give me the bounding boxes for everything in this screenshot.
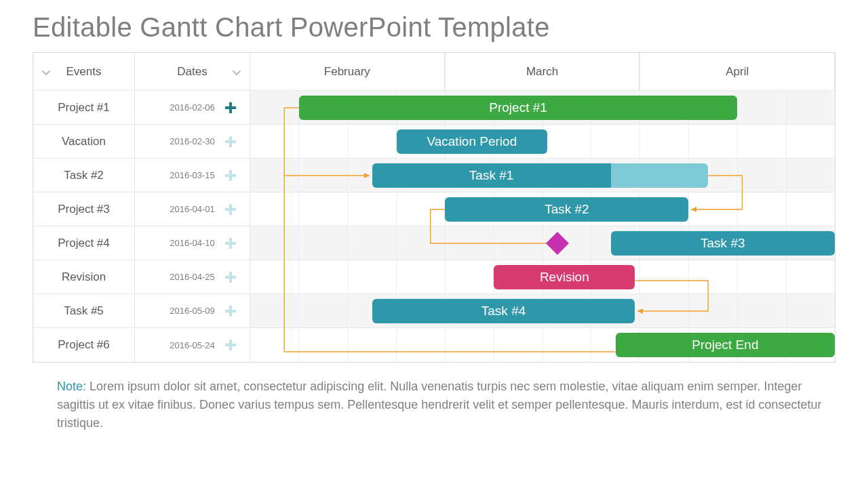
event-label: Vacation <box>62 135 106 148</box>
plus-icon[interactable] <box>225 204 236 215</box>
event-cell: Project #3 <box>33 192 135 226</box>
date-cell: 2016-04-25 <box>135 260 250 293</box>
date-cell: 2016-04-01 <box>135 192 250 226</box>
dates-header-label: Dates <box>177 65 207 79</box>
plus-icon[interactable] <box>225 272 236 283</box>
gantt-bar[interactable]: Project End <box>616 333 835 357</box>
plus-icon[interactable] <box>225 306 236 317</box>
col-dates-header[interactable]: Dates <box>135 53 250 90</box>
gantt-bar[interactable]: Task #1 <box>372 163 611 188</box>
date-cell: 2016-05-24 <box>135 328 250 362</box>
event-cell: Revision <box>33 260 135 293</box>
plus-icon[interactable] <box>225 136 236 147</box>
event-cell: Task #2 <box>33 159 135 192</box>
events-header-label: Events <box>66 65 102 79</box>
date-cell: 2016-03-15 <box>135 159 250 192</box>
gantt-bar[interactable]: Task #4 <box>372 299 635 323</box>
event-cell: Task #5 <box>33 294 135 327</box>
event-cell: Vacation <box>33 125 135 158</box>
gantt-bar[interactable]: Revision <box>494 265 635 289</box>
date-cell: 2016-04-10 <box>135 226 250 260</box>
table-row: Project #32016-04-01 <box>33 192 835 226</box>
gantt-bar[interactable]: Vacation Period <box>397 129 548 154</box>
month-header: March <box>445 53 640 90</box>
gantt-bar[interactable]: Task #3 <box>611 231 835 256</box>
event-label: Project #1 <box>58 101 110 115</box>
plus-icon[interactable] <box>225 102 236 113</box>
event-cell: Project #6 <box>33 328 135 362</box>
event-label: Task #2 <box>64 169 104 182</box>
date-cell: 2016-02-06 <box>135 91 250 124</box>
date-label: 2016-04-01 <box>170 204 215 214</box>
note-body: Lorem ipsum dolor sit amet, consectetur … <box>57 380 822 430</box>
plus-icon[interactable] <box>225 238 236 249</box>
plus-icon[interactable] <box>225 340 236 350</box>
note-label: Note: <box>57 380 86 393</box>
event-label: Revision <box>62 270 106 284</box>
event-label: Task #5 <box>64 304 104 318</box>
page-title: Editable Gantt Chart PowerPoint Template <box>33 12 835 43</box>
gantt-bar[interactable]: Task #2 <box>445 197 688 222</box>
date-cell: 2016-02-30 <box>135 125 250 158</box>
footer-note: Note: Lorem ipsum dolor sit amet, consec… <box>57 378 822 432</box>
event-cell: Project #1 <box>33 91 135 124</box>
gantt-header: Events Dates FebruaryMarchApril <box>33 53 835 91</box>
gantt-chart: Events Dates FebruaryMarchApril Project … <box>33 52 835 363</box>
month-header: February <box>250 53 445 90</box>
chevron-down-icon[interactable] <box>232 67 241 77</box>
date-label: 2016-03-15 <box>170 170 215 180</box>
date-cell: 2016-05-09 <box>135 294 250 327</box>
plus-icon[interactable] <box>225 170 236 181</box>
month-header: April <box>639 53 835 90</box>
event-label: Project #3 <box>58 203 110 216</box>
gantt-bar[interactable]: Project #1 <box>299 96 738 120</box>
date-label: 2016-05-09 <box>170 306 215 316</box>
date-label: 2016-04-10 <box>170 238 215 248</box>
event-label: Project #6 <box>58 338 110 352</box>
event-label: Project #4 <box>58 237 110 250</box>
date-label: 2016-02-06 <box>170 102 215 113</box>
chevron-down-icon[interactable] <box>41 67 51 77</box>
date-label: 2016-04-25 <box>170 272 215 282</box>
event-cell: Project #4 <box>33 226 135 260</box>
table-row: Revision2016-04-25 <box>33 260 835 294</box>
date-label: 2016-05-24 <box>170 340 215 350</box>
col-events-header[interactable]: Events <box>33 53 135 90</box>
date-label: 2016-02-30 <box>170 136 215 146</box>
